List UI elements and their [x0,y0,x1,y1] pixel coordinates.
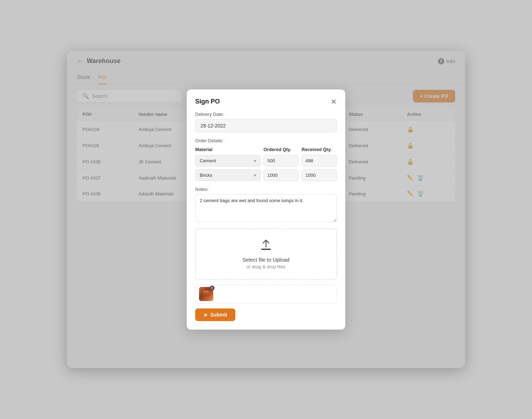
modal-overlay: Sign PO ✕ Delivery Date: Order Details: … [67,51,465,368]
file-thumb-wrapper: ✕ [199,287,213,301]
submit-label: Submit [210,312,227,318]
received-qty-cement[interactable] [302,155,337,167]
received-qty-bricks[interactable] [302,169,337,181]
material-select-cement[interactable]: Cement ▾ [195,155,261,167]
send-icon: ➤ [204,312,208,318]
col-material: Material [195,147,261,152]
order-row-cement: Cement ▾ [195,155,337,167]
col-ordered-qty: Ordered Qty. [264,147,299,152]
col-received-qty: Received Qty. [302,147,337,152]
modal-close-button[interactable]: ✕ [331,98,337,105]
delivery-date-label: Delivery Date: [195,112,337,117]
order-table-header: Material Ordered Qty. Received Qty. [195,147,337,152]
chevron-down-icon: ▾ [254,173,256,178]
notes-label: Notes: [195,187,337,192]
material-select-bricks[interactable]: Bricks ▾ [195,169,261,181]
upload-area[interactable]: Select file to Upload or drag & drop fil… [195,229,337,280]
order-table: Material Ordered Qty. Received Qty. Ceme… [195,147,337,181]
svg-rect-0 [261,249,271,250]
order-row-bricks: Bricks ▾ [195,169,337,181]
delivery-date-input[interactable] [195,119,337,132]
uploaded-file-row: ✕ [195,284,337,304]
notes-textarea[interactable]: 2 cement bags are wet and found some lum… [195,194,337,222]
ordered-qty-cement[interactable] [264,155,299,167]
svg-rect-3 [203,290,209,292]
ordered-qty-bricks[interactable] [264,169,299,181]
chevron-down-icon: ▾ [254,158,256,163]
sign-po-modal: Sign PO ✕ Delivery Date: Order Details: … [187,89,345,330]
upload-icon [260,239,272,254]
file-remove-button[interactable]: ✕ [210,286,215,290]
modal-header: Sign PO ✕ [195,98,337,105]
app-window: ← Warehouse ℹ Info Stock PO 🔍 + Create P… [67,51,465,368]
upload-main-text: Select file to Upload [242,257,289,263]
upload-sub-text: or drag & drop files [247,264,285,269]
submit-button[interactable]: ➤ Submit [195,308,235,321]
modal-title: Sign PO [195,98,220,105]
order-details-label: Order Details: [195,138,337,143]
